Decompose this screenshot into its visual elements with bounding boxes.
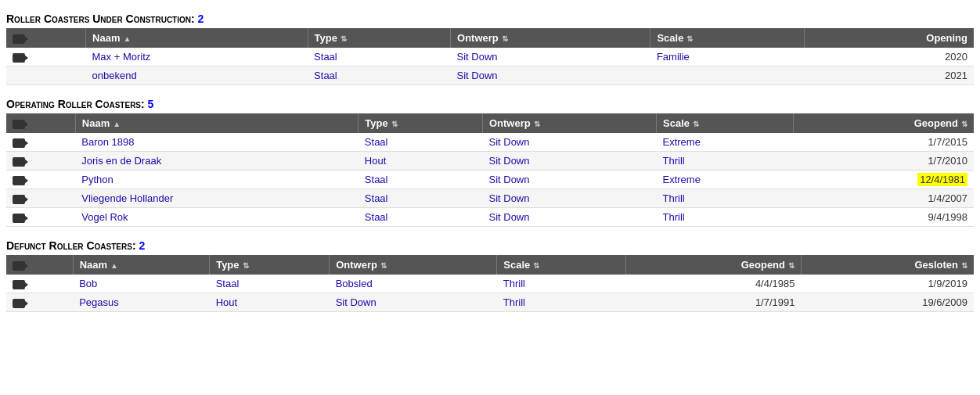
table-row: onbekendStaalSit Down2021 [6, 66, 974, 85]
col-header-0-2[interactable]: Type ⇅ [308, 28, 450, 48]
cell-1-4-2: Staal [358, 208, 483, 227]
link-ontwerp-1-4[interactable]: Sit Down [488, 211, 529, 223]
table-section-1: Naam ▲Type ⇅Ontwerp ⇅Scale ⇅Geopend ⇅Bar… [6, 113, 974, 227]
col-header-1-5[interactable]: Geopend ⇅ [793, 113, 974, 133]
link-scale-1-0[interactable]: Extreme [663, 136, 701, 148]
section-count-2[interactable]: 2 [139, 239, 145, 252]
link-ontwerp-1-3[interactable]: Sit Down [488, 192, 529, 204]
section-count-0[interactable]: 2 [198, 13, 204, 25]
link-type-1-1[interactable]: Hout [365, 155, 386, 167]
table-row: Max + MoritzStaalSit DownFamilie2020 [6, 48, 974, 66]
table-row: PegasusHoutSit DownThrill1/7/199119/6/20… [6, 293, 974, 312]
sort-icon-2-3: ⇅ [380, 261, 387, 270]
link-naam-0-0[interactable]: Max + Moritz [92, 51, 151, 63]
col-header-2-1[interactable]: Naam ▲ [73, 255, 210, 275]
link-type-1-3[interactable]: Staal [365, 192, 388, 204]
sort-icon-2-2: ⇅ [243, 261, 249, 270]
sort-icon-1-4: ⇅ [693, 120, 699, 128]
link-type-1-0[interactable]: Staal [365, 136, 388, 148]
link-naam-1-1[interactable]: Joris en de Draak [81, 155, 161, 167]
camera-icon[interactable] [13, 280, 25, 289]
link-ontwerp-1-2[interactable]: Sit Down [488, 174, 529, 185]
camera-icon[interactable] [13, 214, 25, 223]
sort-icon-2-6: ⇅ [961, 261, 967, 270]
camera-header-icon [13, 34, 25, 44]
col-header-2-3[interactable]: Ontwerp ⇅ [330, 255, 497, 275]
sort-icon-2-1: ▲ [110, 261, 118, 270]
table-row: Baron 1898StaalSit DownExtreme1/7/2015 [6, 133, 974, 152]
cell-1-0-4: Extreme [657, 133, 794, 152]
camera-icon[interactable] [13, 195, 25, 204]
link-scale-2-0[interactable]: Thrill [503, 278, 525, 289]
cell-2-0-2: Staal [210, 275, 330, 293]
cell-2-1-1: Pegasus [73, 293, 210, 312]
table-row: PythonStaalSit DownExtreme12/4/1981 [6, 171, 974, 189]
cell-2-0-3: Bobsled [330, 275, 497, 293]
link-ontwerp-2-0[interactable]: Bobsled [336, 278, 373, 289]
link-naam-1-0[interactable]: Baron 1898 [81, 136, 134, 148]
camera-header-icon [13, 120, 25, 129]
col-header-2-5[interactable]: Geopend ⇅ [626, 255, 802, 275]
cell-2-1-0 [6, 293, 73, 312]
link-type-2-1[interactable]: Hout [216, 296, 237, 308]
sort-icon-0-1: ▲ [123, 34, 131, 43]
sort-icon-1-3: ⇅ [534, 120, 540, 128]
camera-icon[interactable] [13, 53, 25, 63]
section-title-0: Roller Coasters Under Construction: 2 [6, 13, 974, 25]
link-scale-1-4[interactable]: Thrill [663, 211, 685, 223]
col-header-0-3[interactable]: Ontwerp ⇅ [451, 28, 650, 48]
link-type-2-0[interactable]: Staal [216, 278, 240, 289]
cell-1-3-1: Vliegende Hollander [75, 189, 358, 208]
sort-icon-2-4: ⇅ [533, 261, 539, 270]
link-naam-1-2[interactable]: Python [81, 174, 113, 185]
link-type-1-4[interactable]: Staal [365, 211, 388, 223]
camera-icon[interactable] [13, 157, 25, 167]
link-naam-2-1[interactable]: Pegasus [79, 296, 119, 308]
camera-icon[interactable] [13, 138, 25, 148]
cell-0-0-3: Sit Down [451, 48, 650, 66]
link-scale-2-1[interactable]: Thrill [503, 296, 525, 308]
camera-icon[interactable] [13, 299, 25, 308]
camera-icon[interactable] [13, 176, 25, 185]
col-header-2-2[interactable]: Type ⇅ [210, 255, 330, 275]
link-scale-1-2[interactable]: Extreme [663, 174, 701, 185]
link-scale-0-0[interactable]: Familie [657, 51, 690, 63]
cell-1-4-3: Sit Down [482, 208, 656, 227]
highlighted-date: 12/4/1981 [917, 173, 967, 186]
link-type-0-0[interactable]: Staal [314, 51, 337, 63]
section-title-2: Defunct Roller Coasters: 2 [6, 239, 974, 252]
cell-1-4-1: Vogel Rok [75, 208, 358, 227]
cell-1-1-1: Joris en de Draak [75, 152, 358, 171]
section-count-1[interactable]: 5 [148, 98, 154, 110]
link-naam-2-0[interactable]: Bob [79, 278, 97, 289]
col-header-2-6[interactable]: Gesloten ⇅ [802, 255, 975, 275]
section-title-1: Operating Roller Coasters: 5 [6, 98, 974, 110]
cell-2-1-6: 19/6/2009 [802, 293, 975, 312]
link-type-1-2[interactable]: Staal [365, 174, 388, 185]
link-naam-1-4[interactable]: Vogel Rok [81, 211, 128, 223]
link-ontwerp-0-1[interactable]: Sit Down [457, 70, 498, 81]
link-ontwerp-0-0[interactable]: Sit Down [457, 51, 498, 63]
sort-icon-0-4: ⇅ [686, 34, 693, 43]
table-row: Vogel RokStaalSit DownThrill9/4/1998 [6, 208, 974, 227]
cell-1-4-4: Thrill [657, 208, 794, 227]
link-ontwerp-2-1[interactable]: Sit Down [336, 296, 377, 308]
link-ontwerp-1-1[interactable]: Sit Down [488, 155, 529, 167]
col-header-1-3[interactable]: Ontwerp ⇅ [482, 113, 656, 133]
link-type-0-1[interactable]: Staal [314, 70, 337, 81]
col-header-2-4[interactable]: Scale ⇅ [497, 255, 626, 275]
cell-1-3-3: Sit Down [482, 189, 656, 208]
link-ontwerp-1-0[interactable]: Sit Down [488, 136, 529, 148]
col-header-1-1[interactable]: Naam ▲ [75, 113, 358, 133]
link-scale-1-1[interactable]: Thrill [663, 155, 685, 167]
camera-header-icon [13, 261, 25, 271]
link-scale-1-3[interactable]: Thrill [663, 192, 685, 204]
link-naam-1-3[interactable]: Vliegende Hollander [81, 192, 173, 204]
table-section-2: Naam ▲Type ⇅Ontwerp ⇅Scale ⇅Geopend ⇅Ges… [6, 255, 974, 312]
link-naam-0-1[interactable]: onbekend [92, 70, 137, 81]
col-header-1-4[interactable]: Scale ⇅ [657, 113, 794, 133]
col-header-1-2[interactable]: Type ⇅ [358, 113, 483, 133]
col-header-0-4[interactable]: Scale ⇅ [650, 28, 805, 48]
col-header-0-1[interactable]: Naam ▲ [86, 28, 308, 48]
cell-1-0-0 [6, 133, 75, 152]
